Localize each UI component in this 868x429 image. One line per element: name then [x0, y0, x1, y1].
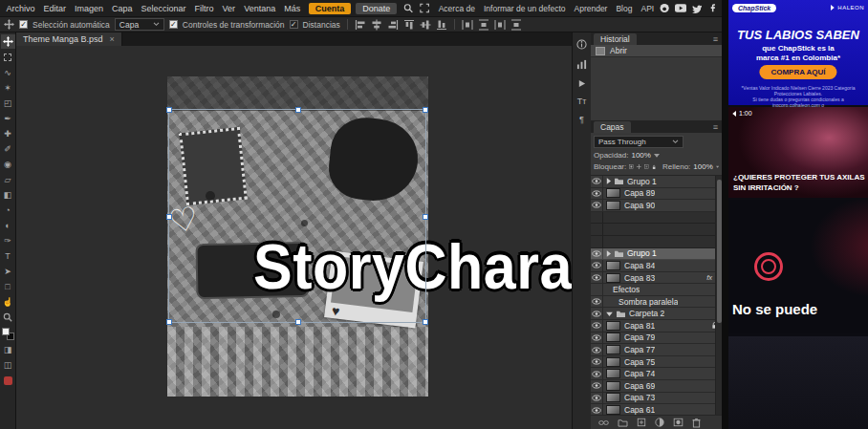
visibility-toggle[interactable] [591, 236, 603, 247]
layer-row-capa-84[interactable]: Capa 84 [591, 260, 722, 272]
layer-row-hidden[interactable] [591, 236, 722, 248]
layer-mask-icon[interactable] [673, 418, 684, 427]
menu-mas[interactable]: Más [280, 4, 305, 13]
align-bottom-icon[interactable] [436, 19, 447, 31]
tool-shape[interactable]: □ [1, 279, 15, 293]
layer-row-grupo-1[interactable]: Grupo 1 [591, 176, 722, 188]
lock-transparency-icon[interactable] [629, 162, 634, 171]
distances-checkbox[interactable] [290, 20, 298, 29]
visibility-toggle-eye-icon[interactable] [591, 296, 603, 308]
visibility-toggle-eye-icon[interactable] [591, 380, 603, 392]
visibility-toggle-eye-icon[interactable] [591, 332, 603, 344]
transform-bounding-box[interactable] [168, 109, 426, 323]
tool-blur[interactable]: ◔ [1, 203, 15, 217]
visibility-toggle-eye-icon[interactable] [591, 188, 603, 200]
collapse-triangle-icon[interactable] [606, 311, 613, 316]
layer-row-capa-61[interactable]: Capa 61 [591, 404, 722, 415]
lock-all-icon[interactable] [652, 162, 656, 172]
layer-row-capa-77[interactable]: Capa 77 [591, 344, 722, 356]
tool-crop[interactable]: ◰ [1, 96, 15, 110]
deodorant-ad[interactable]: 1:00 ¿QUIERES PROTEGER TUS AXILAS SIN IR… [728, 107, 868, 198]
actions-panel-icon[interactable] [577, 79, 586, 88]
align-middle-vertical-icon[interactable] [420, 19, 431, 31]
link-api[interactable]: API [640, 4, 654, 13]
layer-row-grupo-1-selected[interactable]: Grupo 1 [591, 248, 722, 261]
transform-handle-bottom-right[interactable] [423, 319, 428, 325]
buy-now-button[interactable]: COMPRA AQUÍ [759, 65, 836, 79]
layer-row-capa-89[interactable]: Capa 89 [591, 188, 722, 201]
menu-filtro[interactable]: Filtro [190, 4, 218, 13]
tool-pen[interactable]: ✑ [1, 233, 15, 247]
fill-value[interactable]: 100% [693, 162, 712, 171]
menu-ver[interactable]: Ver [218, 4, 240, 13]
visibility-toggle-eye-icon[interactable] [591, 393, 603, 404]
transform-handle-middle-right[interactable] [423, 214, 428, 220]
document-tab[interactable]: Theme Manga B.psd × [16, 32, 122, 46]
layer-row-carpeta-2[interactable]: Carpeta 2 [591, 308, 722, 320]
tool-eyedropper[interactable]: ✒ [1, 111, 15, 125]
tool-dodge[interactable]: ◐ [1, 218, 15, 232]
link-acerca-de[interactable]: Acerca de [439, 4, 475, 13]
visibility-toggle-eye-icon[interactable] [591, 308, 603, 319]
adchoices-icon[interactable] [830, 5, 835, 11]
character-panel-icon[interactable]: Tт [577, 97, 587, 106]
visibility-toggle-eye-icon[interactable] [591, 248, 603, 260]
link-aprender[interactable]: Aprender [574, 4, 607, 13]
tool-healing[interactable]: ✚ [1, 126, 15, 140]
layer-row-capa-74[interactable]: Capa 74 [591, 368, 722, 380]
panel-menu-icon[interactable]: ≡ [713, 34, 718, 44]
align-left-icon[interactable] [355, 19, 366, 31]
triangle-down-icon[interactable] [654, 153, 660, 158]
video-ad-placeholder[interactable]: No se puede [728, 200, 868, 333]
menu-archivo[interactable]: Archivo [2, 4, 39, 13]
foreground-color-swatch[interactable] [2, 328, 10, 335]
visibility-toggle-eye-icon[interactable] [591, 176, 603, 187]
visibility-toggle-eye-icon[interactable] [591, 320, 603, 332]
layer-row-capa-83[interactable]: Capa 83 fx [591, 272, 722, 285]
layer-row-hidden[interactable] [591, 224, 722, 236]
delete-layer-icon[interactable] [692, 418, 701, 428]
visibility-toggle-eye-icon[interactable] [591, 368, 603, 379]
opacity-value[interactable]: 100% [631, 151, 650, 160]
visibility-toggle-eye-icon[interactable] [591, 404, 603, 415]
align-right-icon[interactable] [387, 19, 399, 31]
layers-scrollbar[interactable] [715, 176, 722, 415]
tool-eraser[interactable]: ▱ [1, 172, 15, 186]
transform-handle-middle-left[interactable] [166, 214, 172, 220]
close-tab-icon[interactable]: × [110, 34, 115, 44]
adjustment-layer-icon[interactable] [655, 418, 664, 427]
facebook-icon[interactable] [708, 3, 717, 13]
canvas-area[interactable]: ♡ ♥ StoryChara [16, 46, 572, 429]
tool-marquee[interactable] [1, 50, 15, 64]
tool-path-select[interactable]: ➤ [1, 264, 15, 278]
menu-editar[interactable]: Editar [39, 4, 71, 13]
info-panel-icon[interactable] [576, 39, 587, 50]
layer-row-sombra-paralela[interactable]: Sombra paralela [591, 296, 722, 309]
menu-ventana[interactable]: Ventana [240, 4, 280, 13]
histogram-panel-icon[interactable] [576, 59, 587, 70]
search-icon[interactable] [403, 3, 413, 13]
distribute-spacing-horizontal-icon[interactable] [494, 19, 506, 31]
visibility-toggle-eye-icon[interactable] [591, 272, 603, 284]
link-informar-defecto[interactable]: Informar de un defecto [484, 4, 566, 13]
distribute-spacing-vertical-icon[interactable] [510, 19, 522, 31]
tool-lasso[interactable]: ∿ [1, 65, 15, 79]
layer-row-capa-69[interactable]: Capa 69 [591, 380, 722, 393]
expand-triangle-icon[interactable] [606, 178, 611, 184]
github-icon[interactable] [660, 3, 669, 13]
visibility-toggle-eye-icon[interactable] [591, 344, 603, 355]
transform-handle-top-left[interactable] [166, 107, 172, 113]
auto-select-checkbox[interactable] [19, 20, 28, 29]
triangle-down-icon[interactable] [716, 164, 719, 169]
tool-type[interactable]: T [1, 248, 15, 263]
layer-row-capa-73[interactable]: Capa 73 [591, 393, 722, 405]
fullscreen-icon[interactable] [420, 3, 429, 13]
tool-screen-mode[interactable]: ◫ [1, 357, 15, 372]
lock-position-icon[interactable] [637, 162, 641, 171]
visibility-toggle-eye-icon[interactable] [591, 356, 603, 368]
youtube-icon[interactable] [675, 4, 686, 12]
auto-select-target-dropdown[interactable]: Capa [115, 18, 164, 31]
layer-row-hidden[interactable] [591, 212, 722, 225]
visibility-toggle[interactable] [591, 212, 603, 224]
blend-mode-select[interactable]: Pass Through [594, 136, 684, 148]
